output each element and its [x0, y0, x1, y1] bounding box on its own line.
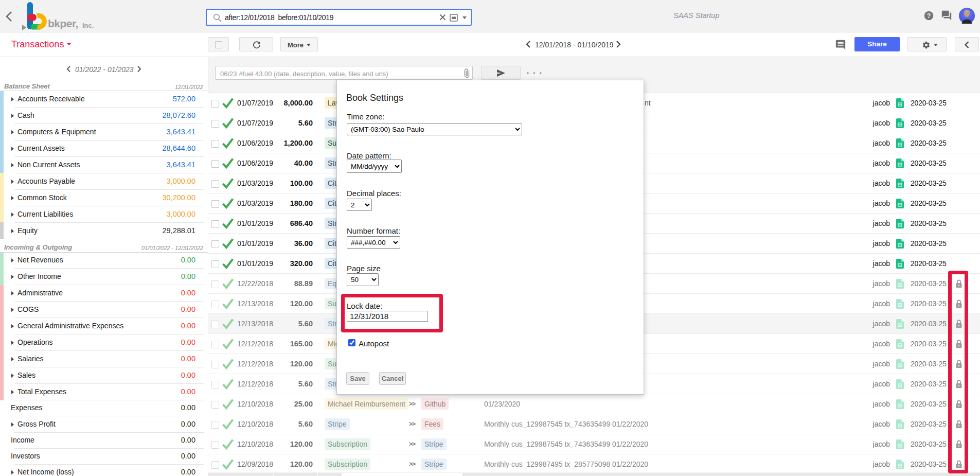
svg-text:?: ?: [927, 12, 931, 20]
